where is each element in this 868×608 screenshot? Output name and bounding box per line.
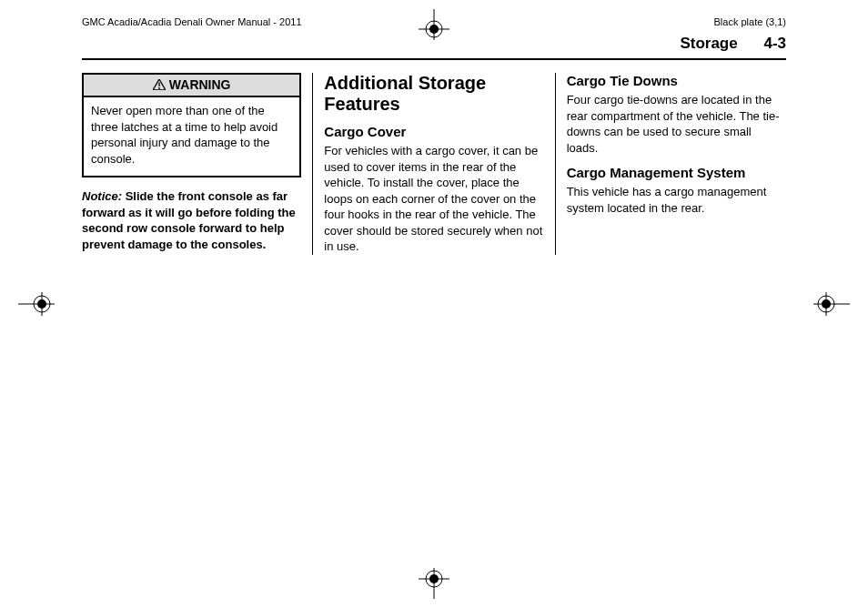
subsection-cargo-cover: Cargo Cover — [324, 124, 543, 139]
svg-point-15 — [822, 299, 831, 309]
registration-mark-icon — [411, 9, 457, 40]
registration-mark-icon — [813, 290, 850, 318]
section-heading: Additional Storage Features — [324, 73, 543, 115]
manual-title: GMC Acadia/Acadia Denali Owner Manual - … — [82, 16, 302, 27]
cargo-cover-paragraph: For vehicles with a cargo cover, it can … — [324, 143, 543, 255]
warning-label-text: WARNING — [169, 77, 231, 92]
column-3: Cargo Tie Downs Four cargo tie-downs are… — [555, 73, 786, 255]
warning-body: Never open more than one of the three la… — [84, 97, 299, 176]
registration-mark-icon — [18, 290, 55, 318]
column-2: Additional Storage Features Cargo Cover … — [312, 73, 554, 255]
notice-paragraph: Notice: Slide the front console as far f… — [82, 188, 301, 252]
section-name: Storage — [680, 35, 737, 52]
cargo-management-paragraph: This vehicle has a cargo management syst… — [567, 184, 786, 216]
plate-info: Black plate (3,1) — [714, 16, 786, 27]
page-number: 4-3 — [763, 35, 786, 52]
notice-label: Notice: — [82, 189, 122, 203]
svg-point-7 — [429, 574, 439, 583]
svg-point-11 — [37, 299, 46, 309]
warning-triangle-icon — [153, 78, 166, 93]
cargo-tie-downs-paragraph: Four cargo tie-downs are located in the … — [567, 92, 786, 156]
svg-point-17 — [158, 87, 160, 89]
warning-box: WARNING Never open more than one of the … — [82, 73, 301, 177]
subsection-cargo-management: Cargo Management System — [567, 165, 786, 180]
registration-mark-icon — [411, 568, 457, 599]
content-columns: WARNING Never open more than one of the … — [82, 73, 786, 255]
column-1: WARNING Never open more than one of the … — [82, 73, 312, 255]
warning-title: WARNING — [84, 75, 299, 97]
subsection-cargo-tie-downs: Cargo Tie Downs — [567, 73, 786, 88]
svg-point-3 — [429, 25, 439, 34]
